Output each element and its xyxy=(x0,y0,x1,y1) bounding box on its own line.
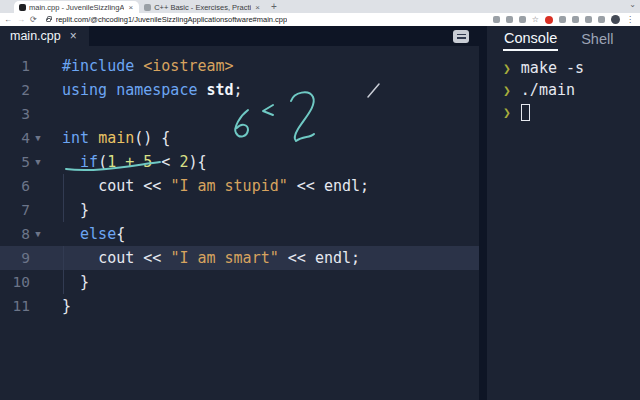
line-number: 3 xyxy=(0,106,30,122)
reload-icon[interactable]: ⟳ xyxy=(30,15,37,24)
prompt-chevron-icon: ❯ xyxy=(503,83,511,98)
terminal-line: ❯./main xyxy=(503,79,640,101)
fold-arrow-icon[interactable]: ▼ xyxy=(30,157,46,167)
tab-close-icon[interactable]: × xyxy=(254,3,261,12)
console-tab-shell[interactable]: Shell xyxy=(580,29,614,50)
code-text: cout << "I am smart" << endl; xyxy=(46,249,360,267)
code-text: #include <iostream> xyxy=(46,57,234,75)
terminal-line: ❯make -s xyxy=(503,57,640,79)
line-number: 1 xyxy=(0,58,30,74)
tab-favicon-icon xyxy=(144,4,151,11)
back-icon[interactable]: ← xyxy=(4,15,12,24)
console-tab-console[interactable]: Console xyxy=(503,28,558,51)
code-text: using namespace std; xyxy=(46,81,243,99)
close-icon[interactable]: × xyxy=(70,29,77,43)
tab-favicon-icon xyxy=(19,4,26,11)
code-text: cout << "I am stupid" << endl; xyxy=(46,177,369,195)
line-number: 11 xyxy=(0,298,30,314)
editor-pane: main.cpp × 1#include <iostream>2using na… xyxy=(0,26,479,400)
code-line[interactable]: 2using namespace std; xyxy=(0,78,479,102)
console-tab-bar: ConsoleShell xyxy=(503,28,640,50)
extension-icon[interactable] xyxy=(572,16,579,23)
line-number: 2 xyxy=(0,82,30,98)
editor-tab-bar: main.cpp × xyxy=(0,26,479,46)
code-editor[interactable]: 1#include <iostream>2using namespace std… xyxy=(0,46,479,318)
profile-avatar-icon[interactable] xyxy=(611,15,620,24)
prompt-chevron-icon: ❯ xyxy=(503,61,511,76)
line-number: 9 xyxy=(0,250,30,266)
extension-icon[interactable] xyxy=(598,16,605,23)
new-tab-button[interactable]: + xyxy=(266,1,284,13)
terminal-cursor[interactable] xyxy=(521,104,530,121)
replit-workspace: main.cpp × 1#include <iostream>2using na… xyxy=(0,26,640,400)
browser-tab[interactable]: C++ Basic - Exercises, Practi× xyxy=(139,1,266,13)
code-line[interactable]: 4▼int main() { xyxy=(0,126,479,150)
pane-divider[interactable] xyxy=(479,26,487,400)
code-line[interactable]: 11} xyxy=(0,294,479,318)
extension-icon[interactable] xyxy=(585,16,592,23)
fold-arrow-icon[interactable]: ▼ xyxy=(30,229,46,239)
menu-dots-icon[interactable]: ⋮ xyxy=(626,16,634,23)
line-number: 10 xyxy=(0,274,30,290)
file-tab-label: main.cpp xyxy=(10,29,61,43)
code-line[interactable]: 10 } xyxy=(0,270,479,294)
browser-tab-title: C++ Basic - Exercises, Practi xyxy=(154,3,251,12)
extension-icon[interactable] xyxy=(519,16,526,23)
code-line[interactable]: 1#include <iostream> xyxy=(0,54,479,78)
code-line[interactable]: 8▼ else{ xyxy=(0,222,479,246)
line-number: 8 xyxy=(0,226,30,242)
tabstrip-caret-icon[interactable]: ⌄ xyxy=(629,0,636,9)
line-number: 4 xyxy=(0,130,30,146)
lock-icon xyxy=(46,18,51,22)
code-text: int main() { xyxy=(46,129,170,147)
hamburger-menu-icon[interactable] xyxy=(453,30,469,43)
fold-arrow-icon[interactable]: ▼ xyxy=(30,133,46,143)
forward-icon[interactable]: → xyxy=(17,15,25,24)
code-line[interactable]: 5▼ if(1 + 5 < 2){ xyxy=(0,150,479,174)
terminal[interactable]: ❯make -s❯./main❯ xyxy=(503,57,640,123)
line-number: 7 xyxy=(0,202,30,218)
browser-tab[interactable]: main.cpp - JuvenileSizzlingA× xyxy=(14,1,139,13)
console-pane: ConsoleShell ❯make -s❯./main❯ xyxy=(487,26,640,400)
code-line[interactable]: 6 cout << "I am stupid" << endl; xyxy=(0,174,479,198)
terminal-command: ./main xyxy=(521,81,575,99)
stop-red-icon[interactable] xyxy=(545,16,553,24)
extension-icon[interactable] xyxy=(559,16,566,23)
code-text: } xyxy=(46,201,89,219)
browser-chrome: main.cpp - JuvenileSizzlingA×C++ Basic -… xyxy=(0,0,640,26)
code-text: } xyxy=(46,297,71,315)
extension-icon[interactable] xyxy=(506,16,513,23)
browser-tab-title: main.cpp - JuvenileSizzlingA xyxy=(29,3,124,12)
prompt-chevron-icon: ❯ xyxy=(503,105,511,120)
line-number: 6 xyxy=(0,178,30,194)
bookmark-star-icon[interactable]: ☆ xyxy=(532,16,539,23)
code-text: } xyxy=(46,273,89,291)
browser-tabstrip: main.cpp - JuvenileSizzlingA×C++ Basic -… xyxy=(0,0,640,13)
code-line[interactable]: 7 } xyxy=(0,198,479,222)
browser-url-row: ← → ⟳ replit.com/@chcoding1/JuvenileSizz… xyxy=(0,13,640,26)
url-bar[interactable]: replit.com/@chcoding1/JuvenileSizzlingAp… xyxy=(56,15,287,24)
extension-icon[interactable] xyxy=(493,16,500,23)
tab-close-icon[interactable]: × xyxy=(127,3,134,12)
code-line[interactable]: 9 cout << "I am smart" << endl; xyxy=(0,246,479,270)
terminal-line: ❯ xyxy=(503,101,640,123)
line-number: 5 xyxy=(0,154,30,170)
terminal-command: make -s xyxy=(521,59,584,77)
code-line[interactable]: 3 xyxy=(0,102,479,126)
code-text: else{ xyxy=(46,225,125,243)
file-tab-main-cpp[interactable]: main.cpp × xyxy=(0,26,89,46)
code-text: if(1 + 5 < 2){ xyxy=(46,153,207,171)
